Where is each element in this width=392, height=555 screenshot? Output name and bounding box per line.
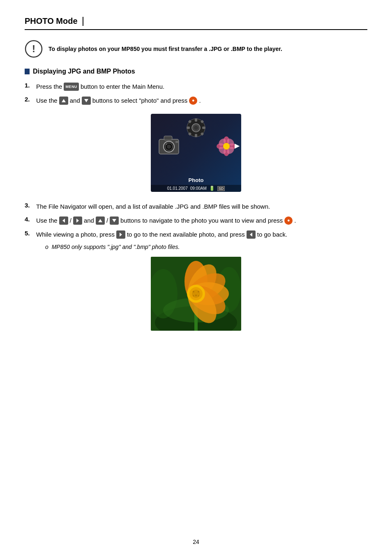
step-4-slash-2: /	[106, 216, 108, 226]
device-statusbar: 01.01.2007 09:00AM 🔋 SD	[151, 185, 241, 192]
svg-marker-32	[76, 219, 79, 223]
step-1-number: 1.	[25, 82, 34, 89]
section-bullet-icon	[25, 69, 30, 74]
step-5-text-a: While viewing a photo, press	[36, 230, 115, 240]
ok-button-icon: ●	[189, 97, 197, 105]
svg-marker-2	[62, 99, 66, 102]
svg-point-56	[198, 295, 199, 297]
svg-point-20	[166, 143, 167, 145]
step-3-content: The File Navigator will open, and a list…	[36, 202, 270, 212]
section-title: Displaying JPG and BMP Photos	[33, 68, 135, 75]
step-1-content: Press the MENU button to enter the Main …	[36, 82, 164, 92]
warning-box: ! To display photos on your MP850 you mu…	[25, 40, 367, 58]
step-4-text-a: Use the	[36, 216, 58, 226]
svg-point-55	[193, 295, 194, 297]
svg-text:!: !	[32, 43, 35, 54]
screen-time: 09:00AM	[190, 186, 207, 191]
step-4-text-b: buttons to navigate to the photo you wan…	[120, 216, 283, 226]
step-4-slash-1: /	[70, 216, 71, 226]
ok-button-icon-4: ●	[284, 216, 293, 225]
screen-date: 01.01.2007	[167, 186, 188, 191]
up-button-icon-4	[96, 216, 105, 225]
step-5-number: 5.	[25, 230, 34, 237]
svg-rect-16	[164, 136, 172, 140]
flower-icon	[217, 136, 236, 156]
screen-arrow-right: ▶	[235, 142, 240, 150]
page-header: PHOTO Mode	[25, 16, 367, 30]
left-button-icon-4a	[59, 216, 68, 225]
sub-note: MP850 only supports ".jpg" and ".bmp" ph…	[45, 244, 367, 250]
flower-photo-container	[25, 257, 367, 331]
step-3-text: The File Navigator will open, and a list…	[36, 202, 270, 212]
step-2-text-b: buttons to select "photo" and press	[92, 96, 188, 106]
sub-note-text: MP850 only supports ".jpg" and ".bmp" ph…	[52, 244, 180, 250]
battery-icon: 🔋	[209, 186, 215, 191]
down-button-icon	[82, 97, 91, 105]
step-2-number: 2.	[25, 96, 34, 103]
step-4-content: Use the / and / buttons to navigate to t…	[36, 216, 296, 226]
svg-marker-3	[84, 99, 88, 102]
step-2-content: Use the and buttons to select "photo" an…	[36, 96, 201, 106]
step-4-number: 4.	[25, 216, 34, 223]
svg-point-6	[194, 126, 198, 130]
svg-point-19	[167, 145, 171, 149]
screen-photo-label: Photo	[189, 177, 204, 183]
section-heading: Displaying JPG and BMP Photos	[25, 68, 367, 75]
camera-icon	[158, 134, 183, 156]
header-separator	[83, 17, 83, 26]
svg-rect-9	[187, 127, 190, 129]
step-1: 1. Press the MENU button to enter the Ma…	[25, 82, 367, 92]
gear-icon	[185, 117, 207, 138]
svg-rect-7	[195, 118, 197, 122]
svg-rect-10	[202, 127, 205, 129]
device-screenshot: ▶ Photo 01.01.2007 09:00AM 🔋 SD	[25, 114, 367, 192]
flower-photo	[151, 257, 241, 331]
menu-button-icon: MENU	[64, 83, 79, 91]
left-button-icon-5b	[247, 230, 256, 239]
step-2-and: and	[70, 96, 80, 106]
step-2-text-a: Use the	[36, 96, 58, 106]
page-title: PHOTO Mode	[25, 16, 78, 26]
screen-content: ▶	[151, 114, 241, 177]
page-number: 24	[193, 539, 199, 545]
right-button-icon-5a	[116, 230, 125, 239]
step-4: 4. Use the / and / buttons to navigate t…	[25, 216, 367, 226]
step-2-period: .	[199, 96, 201, 106]
sd-icon: SD	[217, 186, 225, 191]
right-button-icon-4a	[73, 216, 82, 225]
svg-marker-35	[120, 233, 122, 237]
step-4-and: and	[84, 216, 94, 226]
step-3: 3. The File Navigator will open, and a l…	[25, 202, 367, 212]
svg-marker-34	[112, 219, 116, 222]
down-button-icon-4	[110, 216, 119, 225]
step-5: 5. While viewing a photo, press to go to…	[25, 230, 367, 240]
svg-point-51	[192, 290, 200, 298]
svg-point-53	[198, 291, 199, 292]
step-5-text-b: to go to the next available photo, and p…	[127, 230, 245, 240]
up-button-icon	[59, 97, 68, 105]
device-screen: ▶ Photo 01.01.2007 09:00AM 🔋 SD	[151, 114, 241, 192]
svg-marker-36	[250, 233, 252, 237]
svg-point-52	[193, 291, 194, 292]
flower-photo-svg	[151, 257, 241, 331]
svg-point-30	[223, 143, 230, 150]
step-4-period: .	[294, 216, 296, 226]
step-1-text-a: Press the	[36, 82, 62, 92]
warning-icon: !	[25, 40, 43, 58]
step-5-text-c: to go back.	[257, 230, 287, 240]
svg-marker-33	[98, 219, 102, 222]
svg-rect-8	[195, 134, 197, 137]
svg-marker-31	[62, 219, 65, 223]
svg-point-54	[195, 295, 197, 296]
warning-text: To display photos on your MP850 you must…	[48, 46, 282, 52]
step-5-content: While viewing a photo, press to go to th…	[36, 230, 287, 240]
step-2: 2. Use the and buttons to select "photo"…	[25, 96, 367, 106]
step-1-text-b: button to enter the Main Menu.	[81, 82, 164, 92]
step-3-number: 3.	[25, 202, 34, 209]
svg-rect-21	[175, 141, 179, 143]
